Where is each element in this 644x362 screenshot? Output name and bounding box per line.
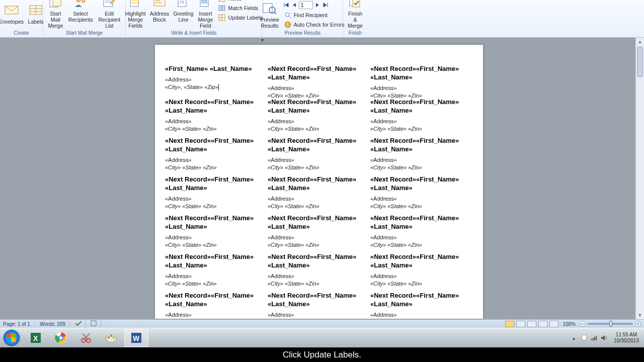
label-cell[interactable]: «Next Record»«First_Name» «Last_Name»«Ad… (268, 137, 370, 175)
insert-field-icon (197, 0, 213, 10)
highlight-merge-fields-button[interactable]: Highlight Merge Fields (124, 0, 147, 30)
label-cell[interactable]: «Next Record»«First_Name» «Last_Name»«Ad… (268, 98, 370, 137)
edit-list-icon (101, 0, 117, 10)
svg-text:W: W (133, 334, 140, 342)
label-cell[interactable]: «Next Record»«First_Name» «Last_Name»«Ad… (370, 214, 473, 253)
rules-button[interactable]: fxRules▾ (216, 0, 264, 3)
recipients-icon (72, 0, 89, 10)
label-cell[interactable]: «Next Record»«First_Name» «Last_Name»«Ad… (268, 214, 370, 253)
svg-rect-44 (12, 338, 16, 342)
svg-rect-15 (154, 0, 165, 6)
chrome-taskbar-button[interactable] (49, 329, 73, 347)
svg-rect-13 (131, 0, 137, 1)
label-cell[interactable]: «Next Record»«First_Name» «Last_Name»«Ad… (165, 214, 268, 253)
group-create-label: Create (2, 30, 41, 36)
preview-results-button[interactable]: Preview Results (259, 0, 280, 30)
update-labels-icon (218, 14, 226, 22)
first-record-button[interactable] (283, 2, 290, 9)
outline-view[interactable] (538, 321, 547, 327)
label-cell[interactable]: «Next Record»«First_Name» «Last_Name»«Ad… (165, 137, 268, 175)
page-status[interactable]: Page: 1 of 1 (3, 321, 35, 327)
svg-rect-59 (593, 338, 594, 340)
label-cell[interactable]: «Next Record»«First_Name» «Last_Name»«Ad… (268, 253, 370, 292)
greeting-icon: Hi (175, 0, 191, 10)
label-cell[interactable]: «Next Record»«First_Name» «Last_Name»«Ad… (268, 292, 370, 319)
print-layout-view[interactable] (505, 321, 514, 327)
zoom-level[interactable]: 100% (562, 321, 576, 327)
label-cell[interactable]: «Next Record»«First_Name» «Last_Name»«Ad… (370, 65, 473, 98)
svg-point-54 (110, 335, 112, 337)
svg-rect-21 (202, 1, 207, 3)
insert-merge-field-button[interactable]: Insert Merge Field (196, 0, 215, 30)
greeting-line-button[interactable]: Hi Greeting Line (172, 0, 195, 24)
label-cell[interactable]: «Next Record»«First_Name» «Last_Name»«Ad… (165, 175, 268, 214)
video-caption: Click Update Labels. (0, 347, 644, 362)
label-cell[interactable]: «Next Record»«First_Name» «Last_Name»«Ad… (165, 98, 268, 137)
zoom-in-button[interactable]: + (635, 321, 641, 327)
label-cell[interactable]: «Next Record»«First_Name» «Last_Name»«Ad… (268, 65, 370, 98)
zoom-slider[interactable] (588, 323, 633, 325)
address-block-icon (151, 0, 168, 10)
svg-text:X: X (33, 334, 38, 342)
finish-merge-button[interactable]: Finish & Merge (345, 0, 365, 30)
ribbon: Envelopes Labels Create Start Mail Merge… (0, 0, 644, 38)
label-cell[interactable]: «Next Record»«First_Name» «Last_Name»«Ad… (370, 137, 473, 175)
label-cell[interactable]: «Next Record»«First_Name» «Last_Name»«Ad… (370, 175, 473, 214)
svg-point-55 (113, 336, 115, 338)
auto-check-errors-button[interactable]: !Auto Check for Errors (282, 20, 347, 29)
select-recipients-button[interactable]: Select Recipients (67, 0, 95, 24)
svg-rect-43 (7, 338, 11, 342)
labels-button[interactable]: Labels (26, 1, 45, 26)
svg-point-7 (76, 0, 80, 2)
volume-icon[interactable] (601, 334, 608, 341)
record-number-input[interactable] (299, 1, 313, 9)
scroll-thumb[interactable] (637, 47, 643, 77)
scroll-down-button[interactable]: ▼ (636, 311, 644, 319)
svg-rect-24 (219, 6, 221, 11)
status-bar: Page: 1 of 1 Words: 209 100% − + (0, 319, 644, 328)
prev-record-button[interactable] (291, 2, 298, 9)
label-cell[interactable]: «Next Record»«First_Name» «Last_Name»«Ad… (370, 292, 473, 319)
zoom-out-button[interactable]: − (580, 321, 586, 327)
word-count[interactable]: Words: 209 (40, 321, 70, 327)
label-cell[interactable]: «Next Record»«First_Name» «Last_Name»«Ad… (370, 253, 473, 292)
label-cell[interactable]: «First_Name» «Last_Name»«Address»«City»,… (165, 65, 268, 98)
svg-line-31 (274, 12, 276, 14)
svg-point-49 (59, 336, 62, 339)
vertical-scrollbar[interactable]: ▲ ▼ (635, 38, 644, 319)
find-recipient-button[interactable]: Find Recipient (282, 11, 347, 20)
word-taskbar-button[interactable]: W (124, 329, 148, 347)
start-button[interactable] (0, 328, 23, 348)
preview-icon (262, 0, 278, 16)
network-icon[interactable] (591, 334, 598, 341)
envelopes-button[interactable]: Envelopes (0, 1, 25, 26)
group-finish-label: Finish (345, 30, 365, 36)
svg-rect-6 (53, 0, 61, 6)
spellcheck-icon[interactable] (75, 320, 86, 327)
fullscreen-view[interactable] (516, 321, 525, 327)
scroll-up-button[interactable]: ▲ (636, 38, 644, 46)
svg-rect-29 (263, 4, 272, 13)
paint-taskbar-button[interactable] (99, 329, 123, 347)
edit-recipient-list-button[interactable]: Edit Recipient List (96, 0, 123, 30)
excel-taskbar-button[interactable]: X (24, 329, 48, 347)
update-labels-button[interactable]: Update Labels (216, 13, 264, 22)
last-record-button[interactable] (322, 2, 329, 9)
label-cell[interactable]: «Next Record»«First_Name» «Last_Name»«Ad… (165, 253, 268, 292)
clock[interactable]: 11:55 AM 10/30/2013 (611, 331, 642, 345)
action-center-icon[interactable] (581, 334, 588, 341)
show-hidden-icons[interactable]: ▴ (571, 334, 578, 341)
match-fields-button[interactable]: Match Fields (216, 4, 264, 13)
label-cell[interactable]: «Next Record»«First_Name» «Last_Name»«Ad… (165, 292, 268, 319)
start-mail-merge-button[interactable]: Start Mail Merge (45, 0, 66, 30)
document-page[interactable]: «First_Name» «Last_Name»«Address»«City»,… (155, 45, 483, 319)
label-cell[interactable]: «Next Record»«First_Name» «Last_Name»«Ad… (268, 175, 370, 214)
label-cell[interactable]: «Next Record»«First_Name» «Last_Name»«Ad… (370, 98, 473, 137)
macro-icon[interactable] (91, 320, 101, 327)
snipping-tool-taskbar-button[interactable] (74, 329, 98, 347)
next-record-button[interactable] (314, 2, 321, 9)
web-layout-view[interactable] (527, 321, 536, 327)
svg-rect-58 (591, 339, 592, 340)
address-block-button[interactable]: Address Block (148, 0, 171, 24)
draft-view[interactable] (549, 321, 558, 327)
